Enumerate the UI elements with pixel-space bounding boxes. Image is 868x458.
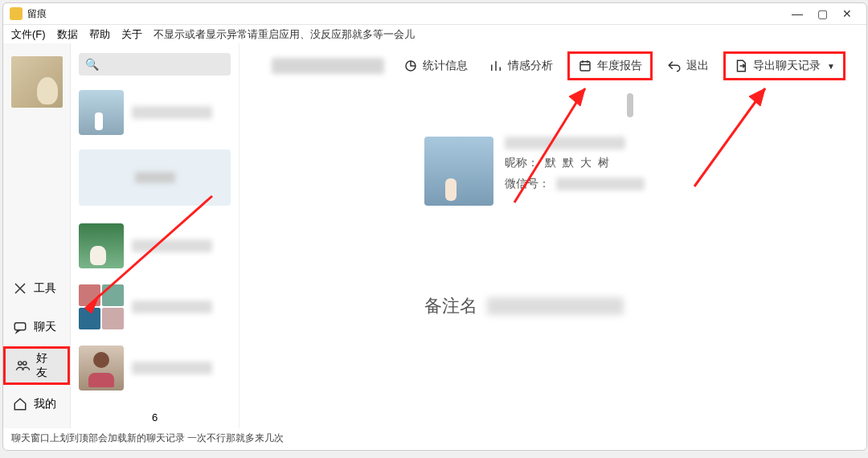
contact-list[interactable] [71,82,239,405]
contact-item[interactable] [76,280,234,334]
search-wrap: 🔍 [71,43,239,82]
detail-panel: 统计信息 情感分析 年度报告 退出 导出聊天记录 ▼ [240,43,866,428]
contact-item[interactable] [76,341,234,395]
svg-point-2 [23,362,27,365]
profile-wxid-row: 微信号： [505,177,645,191]
tool-btn-label: 统计信息 [423,59,468,73]
menu-file[interactable]: 文件(F) [11,27,46,42]
side-nav: 工具 聊天 好友 我的 [3,43,71,428]
home-icon [13,397,27,411]
menu-data[interactable]: 数据 [57,27,78,42]
contact-title-blurred [272,58,384,74]
contact-group-avatar [79,284,124,329]
minimize-button[interactable]: — [792,7,803,20]
maximize-button[interactable]: ▢ [817,7,828,20]
sidebar-item-label: 好友 [36,351,58,380]
svg-rect-4 [580,62,590,71]
tool-btn-label: 年度报告 [597,59,642,73]
profile-meta: 昵称： 默 默 大 树 微信号： [505,137,645,206]
sidebar-item-label: 聊天 [34,320,56,334]
sidebar-item-chat[interactable]: 聊天 [3,308,70,346]
contact-panel: 🔍 [71,43,240,428]
sidebar-item-label: 工具 [34,281,56,296]
page-indicator: 6 [71,405,239,428]
contact-avatar [79,223,124,268]
tool-btn-label: 导出聊天记录 [753,59,821,73]
svg-point-1 [18,362,22,365]
wxid-value-blurred [556,178,645,190]
export-chat-button[interactable]: 导出聊天记录 ▼ [723,51,845,80]
tools-icon [13,281,27,296]
contact-name-blurred [132,362,212,374]
close-button[interactable]: ✕ [842,7,852,20]
app-window: 留痕 — ▢ ✕ 文件(F) 数据 帮助 关于 不显示或者显示异常请重启应用、没… [2,2,867,451]
contact-placeholder[interactable] [79,149,231,206]
app-icon [10,7,23,20]
back-icon [667,59,682,73]
annual-report-button[interactable]: 年度报告 [567,51,653,80]
search-icon: 🔍 [85,58,99,71]
bar-icon [489,59,503,73]
menu-about[interactable]: 关于 [121,27,142,42]
calendar-icon [578,59,592,73]
scrollbar-thumb[interactable] [627,93,633,117]
window-controls: — ▢ ✕ [792,7,860,20]
sidebar-item-friends[interactable]: 好友 [3,346,70,385]
tool-btn-label: 退出 [686,59,709,73]
profile-row [505,137,645,149]
friends-icon [15,358,30,373]
stats-button[interactable]: 统计信息 [397,55,474,76]
menu-help[interactable]: 帮助 [89,27,110,42]
remark-label: 备注名 [424,294,477,318]
sidebar-item-mine[interactable]: 我的 [3,385,70,423]
toolbar: 统计信息 情感分析 年度报告 退出 导出聊天记录 ▼ [256,43,850,88]
titlebar: 留痕 — ▢ ✕ [3,3,866,24]
sentiment-button[interactable]: 情感分析 [482,55,559,76]
contact-item[interactable] [76,85,234,140]
content: 工具 聊天 好友 我的 🔍 [3,43,866,428]
chat-icon [13,320,27,334]
sidebar-item-tools[interactable]: 工具 [3,269,70,308]
remark-value-blurred [487,297,624,315]
nick-label: 昵称： [505,156,538,170]
profile-name-blurred [505,137,625,149]
contact-name-blurred [132,106,212,119]
profile-block: 昵称： 默 默 大 树 微信号： [424,137,850,206]
menubar-hint: 不显示或者显示异常请重启应用、没反应那就多等一会儿 [154,27,415,42]
wxid-label: 微信号： [505,177,550,191]
contact-avatar [79,346,124,391]
profile-nick-row: 昵称： 默 默 大 树 [505,156,645,170]
svg-rect-0 [14,323,26,330]
export-icon [734,59,748,73]
menubar: 文件(F) 数据 帮助 关于 不显示或者显示异常请重启应用、没反应那就多等一会儿 [3,24,866,43]
chevron-down-icon: ▼ [827,62,835,71]
contact-item[interactable] [76,219,234,273]
contact-name-blurred [132,301,212,313]
sidebar-item-label: 我的 [34,397,56,411]
user-avatar[interactable] [11,56,63,108]
search-input[interactable] [79,53,231,76]
pie-icon [403,59,418,73]
exit-button[interactable]: 退出 [661,55,715,76]
nick-value: 默 默 大 树 [545,156,611,170]
tool-btn-label: 情感分析 [508,59,553,73]
contact-name-blurred [132,239,212,252]
footer-hint: 聊天窗口上划到顶部会加载新的聊天记录 一次不行那就多来几次 [3,428,866,450]
window-title: 留痕 [27,7,792,21]
remark-block: 备注名 [424,294,850,318]
profile-avatar[interactable] [424,137,493,206]
contact-avatar [79,90,124,135]
